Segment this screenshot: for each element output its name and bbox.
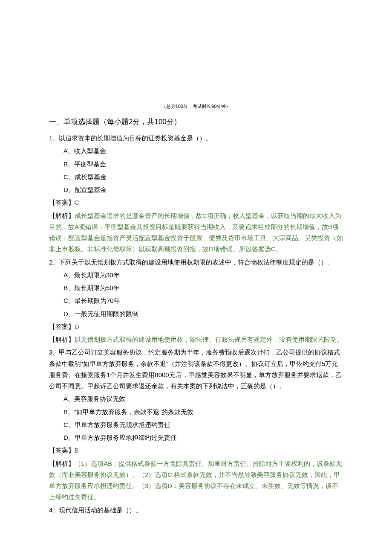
q3-option-b: B、“如甲单方放弃服务，余款不退”的条款无效	[63, 407, 343, 418]
q4-stem: 4、现代信用活动的基础是（）。	[49, 505, 343, 516]
q2-option-d: D、一般无使用期限的限制	[63, 308, 343, 320]
q1-option-c: C、成长型基金	[63, 171, 343, 183]
q3-answer-label: 【答案】	[49, 447, 75, 454]
q2-explanation: 【解析】以无偿划拨方式取得的建设用地使用权，除法律、行政法规另有规定外，没有使用…	[49, 334, 343, 345]
exam-page: （总分100分，考试时长90分钟） 一、单项选择题（每小题2分，共100分） 1…	[0, 0, 392, 543]
q3-explain-label: 【解析】	[49, 460, 75, 467]
q1-stem: 1、以追求资本的长期增值为目标的证券投资基金是（）。	[49, 133, 343, 144]
q1-answer-label: 【答案】	[49, 199, 75, 206]
q1-explanation: 【解析】成长型基金追求的是基金资产的长期增值，故C项正确；收入型基金，以获取当期…	[49, 210, 343, 255]
q2-answer-label: 【答案】	[49, 323, 75, 330]
q3-answer-value: B	[75, 447, 79, 454]
q1-option-a: A、收入型基金	[63, 145, 343, 157]
q2-option-c: C、最长期限为70年	[63, 295, 343, 306]
q1-answer: 【答案】C	[49, 197, 343, 208]
q1-option-d: D、配置型基金	[63, 184, 343, 195]
q1-option-b: B、平衡型基金	[63, 159, 343, 170]
q2-option-b: B、最长期限为50年	[63, 282, 343, 293]
q2-answer-value: D	[75, 323, 79, 330]
q3-explain-text: （1）选项AB：提供格式条款一方免除其责任、加重对方责任、排除对方主要权利的，该…	[49, 460, 342, 501]
q2-explain-text: 以无偿划拨方式取得的建设用地使用权，除法律、行政法规另有规定外，没有使用期限的限…	[75, 336, 343, 343]
q2-answer: 【答案】D	[49, 321, 343, 332]
q3-explanation: 【解析】（1）选项AB：提供格式条款一方免除其责任、加重对方责任、排除对方主要权…	[49, 458, 343, 503]
exam-info: （总分100分，考试时长90分钟）	[49, 102, 343, 110]
q3-stem: 3、甲与乙公司订立美容服务协议，约定服务期为半年，服务费预收后逐次计扣，乙公司提…	[49, 347, 343, 392]
q1-explain-label: 【解析】	[49, 212, 75, 219]
section-heading: 一、单项选择题（每小题2分，共100分）	[49, 116, 343, 128]
q3-answer: 【答案】B	[49, 445, 343, 456]
q2-option-a: A、最长期限为30年	[63, 270, 343, 281]
q3-option-d: D、甲单方放弃服务应承担缔约过失责任	[63, 432, 343, 443]
q3-option-c: C、甲单方放弃服务无须承担违约责任	[63, 419, 343, 430]
q1-answer-value: C	[75, 199, 79, 206]
q2-stem: 2、下列关于以无偿划拨方式取得的建设用地使用权期限的表述中，符合物权法律制度规定…	[49, 257, 343, 268]
q1-explain-text: 成长型基金追求的是基金资产的长期增值，故C项正确；收入型基金，以获取当期的最大收…	[49, 212, 343, 253]
q3-option-a: A、美容服务协议无效	[63, 393, 343, 404]
q2-explain-label: 【解析】	[49, 336, 75, 343]
